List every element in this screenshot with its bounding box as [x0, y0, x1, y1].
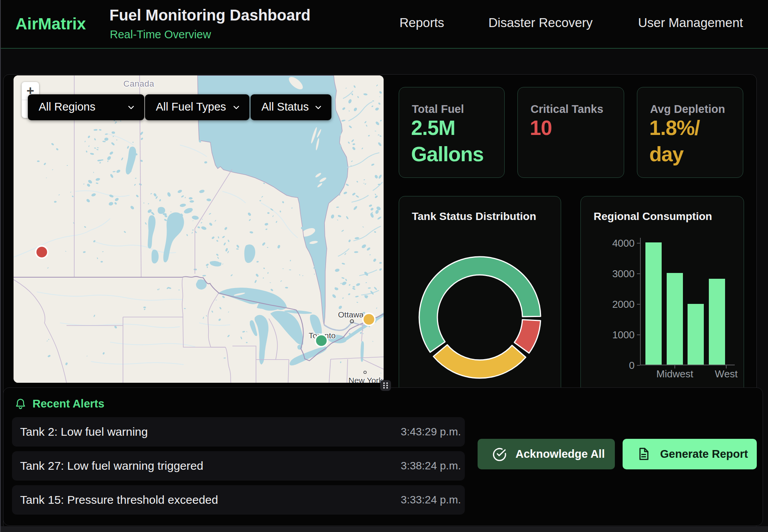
svg-text:New York: New York — [348, 376, 383, 383]
svg-text:Canada: Canada — [123, 79, 154, 89]
svg-text:Ottawa: Ottawa — [338, 310, 364, 319]
